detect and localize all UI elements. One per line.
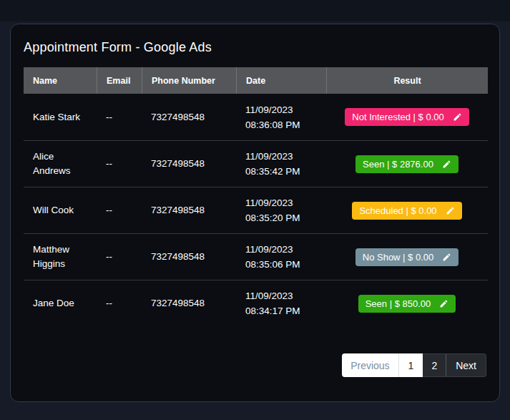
- top-strip: [0, 0, 510, 21]
- cell-email: --: [97, 203, 142, 218]
- edit-pencil-icon: [453, 112, 462, 122]
- column-header-phone: Phone Number: [142, 67, 236, 94]
- table-header-row: Name Email Phone Number Date Result: [24, 67, 488, 94]
- result-badge-button[interactable]: No Show | $ 0.00: [355, 248, 459, 266]
- cell-phone: 7327498548: [142, 157, 236, 171]
- pagination-previous-button[interactable]: Previous: [342, 353, 398, 377]
- table-row: Will Cook -- 7327498548 11/09/2023 08:35…: [24, 187, 488, 233]
- result-badge-button[interactable]: Not Interested | $ 0.00: [345, 108, 469, 126]
- cell-phone: 7327498548: [142, 296, 236, 311]
- cell-date: 11/09/2023 08:34:17 PM: [236, 288, 326, 318]
- result-badge-label: Seen | $ 850.00: [366, 298, 431, 309]
- page-title: Appointment Form - Google Ads: [24, 39, 486, 56]
- edit-pencil-icon: [442, 253, 451, 262]
- table-row: Jane Doe -- 7327498548 11/09/2023 08:34:…: [24, 280, 488, 326]
- table-row: Matthew Higgins -- 7327498548 11/09/2023…: [24, 233, 488, 280]
- cell-name: Katie Stark: [24, 110, 97, 124]
- cell-phone: 7327498548: [142, 203, 236, 218]
- pagination-next-button[interactable]: Next: [446, 353, 486, 377]
- cell-phone: 7327498548: [142, 110, 236, 124]
- cell-email: --: [97, 296, 142, 311]
- column-header-date: Date: [236, 67, 326, 94]
- pagination: Previous 1 2 Next: [24, 353, 486, 377]
- column-header-email: Email: [97, 67, 142, 94]
- result-badge-label: No Show | $ 0.00: [363, 252, 434, 263]
- table-row: Katie Stark -- 7327498548 11/09/2023 08:…: [24, 94, 488, 140]
- column-header-name: Name: [24, 67, 97, 94]
- edit-pencil-icon: [439, 299, 448, 308]
- cell-date: 11/09/2023 08:35:42 PM: [236, 149, 326, 179]
- column-header-result: Result: [326, 67, 488, 94]
- result-badge-button[interactable]: Seen | $ 850.00: [358, 295, 456, 313]
- cell-phone: 7327498548: [142, 250, 236, 264]
- result-badge-button[interactable]: Seen | $ 2876.00: [355, 155, 458, 173]
- appointments-table: Name Email Phone Number Date Result Kati…: [24, 67, 488, 326]
- cell-date: 11/09/2023 08:36:08 PM: [236, 102, 326, 132]
- result-badge-label: Seen | $ 2876.00: [363, 159, 433, 170]
- cell-name: Will Cook: [24, 203, 97, 218]
- cell-date: 11/09/2023 08:35:06 PM: [236, 242, 326, 272]
- cell-name: Matthew Higgins: [24, 243, 97, 271]
- appointment-form-card: Appointment Form - Google Ads Name Email…: [10, 24, 500, 402]
- edit-pencil-icon: [442, 160, 451, 169]
- pagination-page-1-button[interactable]: 1: [399, 353, 423, 377]
- cell-email: --: [97, 157, 142, 171]
- result-badge-label: Scheduled | $ 0.00: [359, 205, 436, 216]
- pagination-page-2-button[interactable]: 2: [423, 353, 446, 377]
- cell-date: 11/09/2023 08:35:20 PM: [236, 195, 326, 225]
- result-badge-button[interactable]: Scheduled | $ 0.00: [352, 202, 461, 220]
- result-badge-label: Not Interested | $ 0.00: [352, 112, 443, 122]
- cell-name: Alice Andrews: [24, 150, 97, 178]
- cell-email: --: [97, 110, 142, 124]
- table-row: Alice Andrews -- 7327498548 11/09/2023 0…: [24, 140, 488, 187]
- cell-email: --: [97, 250, 142, 264]
- cell-name: Jane Doe: [24, 296, 97, 311]
- edit-pencil-icon: [446, 206, 455, 215]
